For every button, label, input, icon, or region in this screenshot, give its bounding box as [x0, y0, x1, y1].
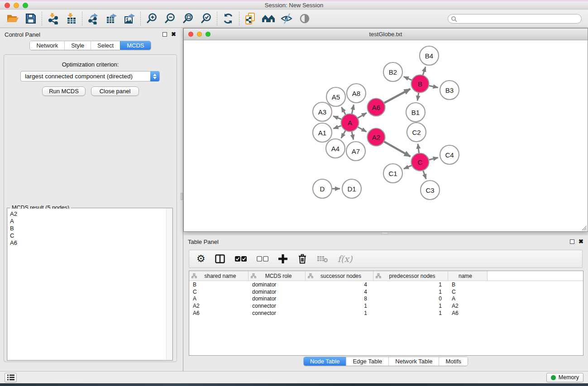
mcds-result-item[interactable]: A2 — [8, 210, 172, 218]
deselect-checkboxes-icon[interactable] — [256, 252, 269, 266]
edge-A-A3[interactable] — [333, 116, 343, 120]
memory-button[interactable]: Memory — [546, 373, 583, 382]
edge-A-A5[interactable] — [341, 107, 346, 116]
network-window-titlebar[interactable]: testGlobe.txt — [184, 29, 588, 40]
column-header-shared-name[interactable]: shared name — [189, 271, 249, 281]
table-row[interactable]: Adominator80A — [189, 295, 583, 303]
table-cell[interactable]: 0 — [373, 295, 448, 302]
zoom-fit-icon[interactable] — [179, 11, 197, 26]
close-panel-button[interactable]: Close panel — [91, 86, 139, 96]
table-cell[interactable]: 8 — [306, 295, 373, 302]
edge-A-A1[interactable] — [333, 125, 342, 129]
close-panel-icon[interactable]: ✖ — [171, 32, 176, 37]
edge-A6-B[interactable] — [383, 89, 410, 104]
table-tab-network-table[interactable]: Network Table — [388, 357, 439, 366]
edge-B-B2[interactable] — [404, 76, 413, 81]
table-cell[interactable]: dominator — [249, 281, 306, 288]
table-row[interactable]: A6connector11A6 — [189, 310, 583, 317]
table-cell[interactable]: 1 — [306, 303, 373, 309]
tab-network[interactable]: Network — [30, 41, 64, 50]
table-cell[interactable]: 1 — [306, 310, 373, 316]
mcds-result-item[interactable]: A6 — [8, 239, 172, 247]
edge-A-A4[interactable] — [341, 129, 346, 138]
edge-C-C2[interactable] — [418, 144, 419, 154]
table-cell[interactable]: 1 — [373, 303, 448, 309]
select-checkboxes-icon[interactable] — [234, 252, 247, 266]
save-icon[interactable] — [22, 11, 40, 26]
table-tab-node-table[interactable]: Node Table — [304, 357, 346, 366]
task-list-button[interactable] — [5, 373, 17, 382]
tab-mcds[interactable]: MCDS — [120, 41, 150, 50]
table-row[interactable]: Cdominator41C — [189, 288, 583, 295]
trash-icon[interactable] — [297, 252, 308, 266]
split-columns-icon[interactable] — [215, 252, 225, 266]
column-header-name[interactable]: name — [448, 271, 488, 281]
export-image-icon[interactable] — [120, 11, 139, 26]
table-cell[interactable]: C — [448, 289, 488, 295]
edge-B-B3[interactable] — [428, 86, 438, 88]
table-cell[interactable]: A — [448, 295, 488, 302]
open-folder-icon[interactable] — [4, 11, 22, 26]
add-column-icon[interactable] — [278, 252, 288, 266]
copy-network-icon[interactable] — [241, 11, 259, 26]
export-table-icon[interactable] — [102, 11, 120, 26]
refresh-icon[interactable] — [219, 11, 237, 26]
table-cell[interactable]: connector — [249, 303, 306, 309]
zoom-in-icon[interactable] — [143, 11, 161, 26]
export-network-icon[interactable] — [84, 11, 102, 26]
contrast-eye-icon[interactable] — [296, 11, 314, 26]
column-header-successor-nodes[interactable]: successor nodes — [306, 271, 373, 281]
mcds-result-item[interactable]: B — [8, 225, 172, 232]
search-input[interactable] — [448, 14, 582, 24]
edge-A-A8[interactable] — [352, 105, 354, 114]
zoom-selected-icon[interactable] — [197, 11, 215, 26]
table-cell[interactable]: A — [189, 295, 249, 302]
eye-slash-icon[interactable] — [277, 11, 296, 26]
run-mcds-button[interactable]: Run MCDS — [42, 86, 86, 96]
table-cell[interactable]: 4 — [306, 289, 373, 295]
network-canvas[interactable]: B4B2BB3A8A5A6A3B1AC2A1A2A4A7C4CC1DD1C3 — [184, 40, 588, 231]
table-cell[interactable]: A6 — [448, 310, 488, 316]
mcds-list-scrollbar[interactable] — [166, 209, 172, 360]
gear-icon[interactable]: ⚙ — [196, 252, 206, 266]
float-panel-icon[interactable] — [163, 32, 167, 37]
edge-C-C3[interactable] — [423, 169, 426, 179]
table-row[interactable]: Bdominator41B — [189, 281, 583, 288]
edge-A2-C[interactable] — [383, 141, 410, 157]
divider-grip[interactable] — [181, 193, 183, 200]
delete-table-icon[interactable] — [317, 252, 329, 266]
table-cell[interactable]: C — [189, 289, 249, 295]
mcds-result-item[interactable]: A — [8, 218, 172, 225]
edge-B-B4[interactable] — [422, 67, 425, 76]
table-cell[interactable]: 1 — [373, 281, 448, 288]
resize-grip-icon[interactable] — [581, 224, 587, 231]
table-cell[interactable]: B — [189, 281, 249, 288]
table-cell[interactable]: A2 — [189, 303, 249, 309]
tab-select[interactable]: Select — [91, 41, 120, 50]
table-cell[interactable]: A2 — [448, 303, 488, 309]
table-tab-edge-table[interactable]: Edge Table — [346, 357, 388, 366]
table-cell[interactable]: 4 — [306, 281, 373, 288]
column-header-mcds-role[interactable]: MCDS role — [249, 271, 306, 281]
column-header-predecessor-nodes[interactable]: predecessor nodes — [373, 271, 448, 281]
edge-C-C4[interactable] — [428, 157, 438, 160]
criterion-dropdown[interactable]: largest connected component (directed) — [20, 71, 160, 81]
edge-C-C1[interactable] — [404, 165, 413, 169]
edge-A-A6[interactable] — [357, 113, 367, 119]
edge-A-A2[interactable] — [357, 126, 366, 132]
homes-icon[interactable] — [259, 11, 277, 26]
table-cell[interactable]: dominator — [249, 295, 306, 302]
table-cell[interactable]: B — [448, 281, 488, 288]
table-cell[interactable]: 1 — [373, 289, 448, 295]
table-cell[interactable]: A6 — [189, 310, 249, 316]
float-table-panel-icon[interactable] — [570, 239, 574, 244]
table-tab-motifs[interactable]: Motifs — [439, 357, 468, 366]
edge-A-A7[interactable] — [352, 130, 354, 139]
tab-style[interactable]: Style — [64, 41, 91, 50]
import-table-icon[interactable] — [62, 11, 80, 26]
mcds-result-item[interactable]: C — [8, 232, 172, 239]
zoom-out-icon[interactable] — [161, 11, 179, 26]
table-cell[interactable]: dominator — [249, 289, 306, 295]
table-row[interactable]: A2connector11A2 — [189, 302, 583, 310]
mcds-result-list[interactable]: A2ABCA6 — [8, 209, 172, 360]
